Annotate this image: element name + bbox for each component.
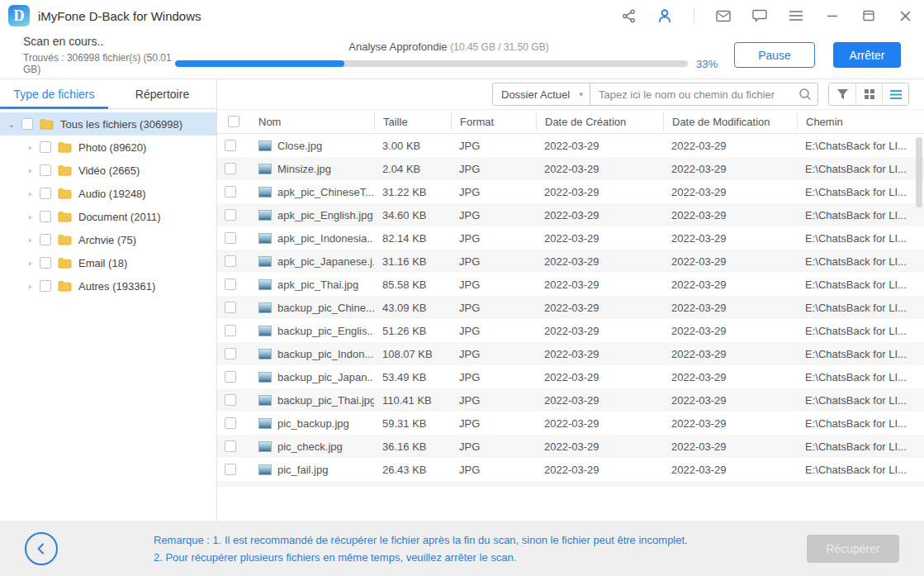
table-row[interactable]: Minsize.jpg2.04 KBJPG2022-03-292022-03-2… bbox=[217, 157, 924, 180]
chevron-right-icon[interactable]: › bbox=[25, 142, 35, 152]
tree-item[interactable]: ›Archvie (75) bbox=[0, 228, 216, 251]
filter-icon[interactable] bbox=[829, 83, 855, 105]
tree-item[interactable]: ›Audio (19248) bbox=[0, 182, 216, 205]
table-row[interactable]: apk_pic_Thai.jpg85.58 KBJPG2022-03-29202… bbox=[217, 273, 924, 296]
chevron-right-icon[interactable]: › bbox=[25, 258, 35, 268]
chevron-right-icon[interactable]: › bbox=[25, 281, 35, 291]
table-row[interactable]: backup_pic_Thai.jpg110.41 KBJPG2022-03-2… bbox=[217, 388, 924, 412]
row-checkbox[interactable] bbox=[225, 278, 236, 290]
tree-checkbox[interactable] bbox=[40, 280, 51, 292]
tree-checkbox[interactable] bbox=[21, 118, 33, 130]
image-file-icon bbox=[258, 233, 272, 244]
table-row[interactable]: Close.jpg3.00 KBJPG2022-03-292022-03-29E… bbox=[217, 134, 924, 157]
account-icon[interactable] bbox=[657, 8, 672, 23]
file-format: JPG bbox=[451, 417, 536, 430]
row-checkbox[interactable] bbox=[225, 417, 236, 429]
row-checkbox-cell bbox=[217, 163, 250, 174]
row-checkbox[interactable] bbox=[225, 464, 236, 475]
chevron-right-icon[interactable]: › bbox=[25, 212, 35, 221]
column-header-nom[interactable]: Nom bbox=[250, 112, 374, 131]
column-header-taille[interactable]: Taille bbox=[374, 112, 451, 131]
tree-item-label: Vidéo (2665) bbox=[78, 164, 140, 177]
row-checkbox[interactable] bbox=[225, 232, 236, 244]
tab-file-type[interactable]: Type de fichiers bbox=[0, 79, 108, 108]
recover-button[interactable]: Récupérer bbox=[807, 535, 899, 563]
row-checkbox[interactable] bbox=[225, 325, 236, 336]
mail-icon[interactable] bbox=[716, 8, 731, 23]
row-checkbox[interactable] bbox=[225, 255, 236, 267]
tree-checkbox[interactable] bbox=[40, 164, 51, 176]
maximize-button[interactable] bbox=[861, 8, 876, 23]
menu-icon[interactable] bbox=[789, 8, 803, 23]
back-button[interactable] bbox=[25, 532, 58, 565]
table-row[interactable]: backup_pic_Indon...108.07 KBJPG2022-03-2… bbox=[217, 342, 924, 365]
file-date-modification: 2022-03-29 bbox=[663, 440, 797, 453]
tree-checkbox[interactable] bbox=[40, 234, 51, 245]
tree-item-all-files[interactable]: ⌄ Tous les fichiers (306998) bbox=[0, 112, 216, 136]
table-row[interactable]: backup_pic_Englis...51.26 KBJPG2022-03-2… bbox=[217, 319, 924, 342]
chevron-down-icon[interactable]: ⌄ bbox=[7, 119, 17, 129]
search-input[interactable] bbox=[590, 83, 793, 105]
tree-checkbox[interactable] bbox=[40, 211, 51, 222]
image-file-icon bbox=[258, 372, 272, 383]
tree-item[interactable]: ›Document (2011) bbox=[0, 205, 216, 228]
row-checkbox[interactable] bbox=[225, 302, 236, 313]
row-checkbox[interactable] bbox=[225, 440, 236, 452]
scope-dropdown[interactable]: Dossier Actuel ▾ bbox=[493, 83, 590, 105]
tree-item-label: Archvie (75) bbox=[78, 234, 136, 246]
row-checkbox[interactable] bbox=[225, 209, 236, 221]
file-date-modification: 2022-03-29 bbox=[663, 371, 797, 383]
file-path: E:\ChatsBack for LI... bbox=[797, 394, 924, 407]
row-checkbox[interactable] bbox=[225, 140, 236, 151]
file-name: apk_pic_Indonesia... bbox=[277, 232, 374, 245]
column-header-date-creation[interactable]: Date de Création bbox=[536, 112, 663, 131]
feedback-icon[interactable] bbox=[752, 8, 767, 23]
tree-item[interactable]: ›Email (18) bbox=[0, 251, 216, 274]
column-header-chemin[interactable]: Chemin bbox=[797, 112, 924, 131]
table-row[interactable]: apk_pic_ChineseT...31.22 KBJPG2022-03-29… bbox=[217, 180, 924, 203]
chevron-right-icon[interactable]: › bbox=[25, 165, 35, 175]
table-row[interactable]: pic_backup.jpg59.31 KBJPG2022-03-292022-… bbox=[217, 412, 924, 435]
stop-button[interactable]: Arrêter bbox=[833, 42, 901, 68]
tree-checkbox[interactable] bbox=[40, 257, 51, 269]
file-date-creation: 2022-03-29 bbox=[536, 255, 663, 268]
row-checkbox[interactable] bbox=[225, 348, 236, 359]
row-checkbox-cell bbox=[217, 394, 250, 406]
row-checkbox[interactable] bbox=[225, 371, 236, 383]
row-checkbox[interactable] bbox=[225, 186, 236, 198]
tree-item[interactable]: ›Photo (89620) bbox=[0, 136, 216, 159]
chevron-right-icon[interactable]: › bbox=[25, 188, 35, 198]
grid-view-icon[interactable] bbox=[855, 83, 882, 105]
row-checkbox[interactable] bbox=[225, 394, 236, 406]
table-row[interactable]: backup_pic_Japan...53.49 KBJPG2022-03-29… bbox=[217, 365, 924, 388]
file-path: E:\ChatsBack for LI... bbox=[797, 232, 924, 245]
close-button[interactable] bbox=[898, 8, 912, 23]
scan-phase-label: Analyse Approfondie bbox=[348, 40, 447, 53]
scrollbar-thumb[interactable] bbox=[916, 137, 922, 207]
table-row[interactable]: apk_pic_Indonesia...82.14 KBJPG2022-03-2… bbox=[217, 226, 924, 250]
table-row[interactable]: pic_check.jpg36.16 KBJPG2022-03-292022-0… bbox=[217, 435, 924, 458]
share-icon[interactable] bbox=[621, 8, 636, 23]
tree-item[interactable]: ›Autres (193361) bbox=[0, 274, 216, 298]
table-row[interactable]: apk_pic_English.jpg34.60 KBJPG2022-03-29… bbox=[217, 203, 924, 226]
tree-checkbox[interactable] bbox=[40, 188, 51, 199]
search-icon[interactable] bbox=[793, 83, 817, 105]
file-date-creation: 2022-03-29 bbox=[536, 464, 663, 476]
column-header-date-modification[interactable]: Date de Modification bbox=[663, 112, 797, 131]
select-all-checkbox[interactable] bbox=[228, 116, 239, 127]
table-row[interactable]: pic_fail.jpg26.43 KBJPG2022-03-292022-03… bbox=[217, 458, 924, 481]
table-row[interactable]: apk_pic_Japanese.j...31.16 KBJPG2022-03-… bbox=[217, 250, 924, 273]
file-name: Minsize.jpg bbox=[277, 163, 331, 175]
tab-directory[interactable]: Répertoire bbox=[108, 79, 216, 108]
image-file-icon bbox=[258, 187, 272, 198]
list-view-icon[interactable] bbox=[882, 83, 908, 105]
tree-item[interactable]: ›Vidéo (2665) bbox=[0, 159, 216, 182]
chevron-right-icon[interactable]: › bbox=[25, 235, 35, 245]
table-row[interactable]: backup_pic_Chine...43.09 KBJPG2022-03-29… bbox=[217, 296, 924, 319]
titlebar-divider bbox=[694, 7, 694, 24]
minimize-button[interactable] bbox=[825, 8, 840, 23]
row-checkbox[interactable] bbox=[225, 163, 236, 174]
pause-button[interactable]: Pause bbox=[734, 42, 815, 68]
tree-checkbox[interactable] bbox=[40, 141, 51, 153]
column-header-format[interactable]: Format bbox=[451, 112, 536, 131]
